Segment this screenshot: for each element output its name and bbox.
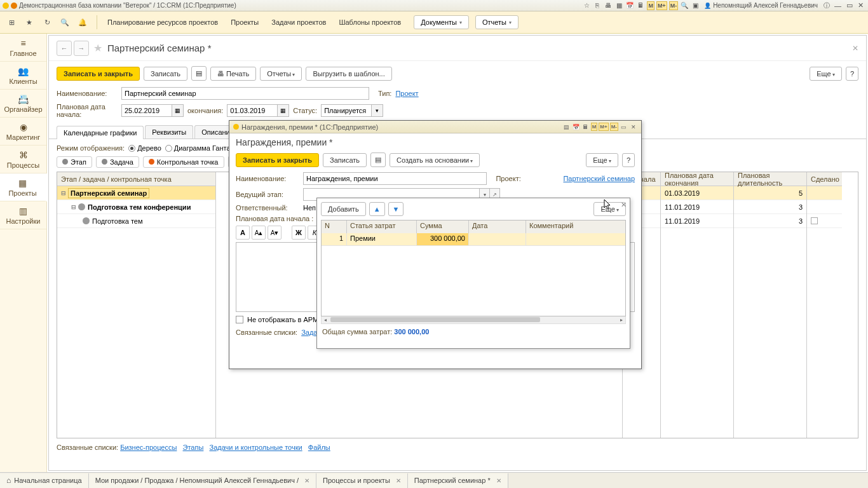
- sidebar-main[interactable]: ≡Главное: [0, 34, 46, 62]
- sidebar-settings[interactable]: ▥Настройки: [0, 201, 46, 229]
- scroll-left-icon[interactable]: ◂: [322, 316, 329, 323]
- minimize-icon[interactable]: —: [833, 1, 843, 10]
- move-up-button[interactable]: ▲: [369, 202, 385, 216]
- current-user[interactable]: Непомнящий Алексей Геннадьевич: [702, 2, 820, 9]
- table-row[interactable]: 1 Премии 300 000,00: [322, 233, 625, 246]
- link-stages[interactable]: Этапы: [183, 444, 204, 451]
- menu-project-templates[interactable]: Шаблоны проектов: [332, 18, 407, 26]
- tree-row[interactable]: Подготовка тем: [57, 214, 215, 228]
- maximize-icon[interactable]: ▭: [844, 1, 854, 10]
- modal-more-button[interactable]: Еще: [586, 153, 618, 167]
- tool-icon[interactable]: 🖶: [604, 1, 613, 10]
- taskbar-tab[interactable]: Мои продажи / Продажа / Непомнящий Алекс…: [89, 473, 316, 488]
- tab-close-icon[interactable]: ✕: [396, 477, 401, 484]
- tool-icon[interactable]: 🖩: [636, 1, 645, 10]
- tool-icon[interactable]: ▤: [562, 123, 571, 131]
- collapse-icon[interactable]: ⊟: [71, 204, 76, 210]
- form-close-icon[interactable]: ✕: [852, 44, 858, 53]
- link-files[interactable]: Файлы: [308, 444, 330, 451]
- tab-calendar[interactable]: Календарные графики: [57, 126, 144, 139]
- popup-close-icon[interactable]: ✕: [621, 201, 627, 209]
- favorite-star-icon[interactable]: ★: [93, 42, 102, 54]
- calc-icon[interactable]: 🖩: [581, 123, 590, 131]
- bell-icon[interactable]: 🔔: [75, 15, 90, 30]
- font-inc-button[interactable]: A▴: [252, 226, 266, 240]
- search-icon[interactable]: 🔍: [57, 15, 72, 30]
- menu-reports[interactable]: Отчеты: [475, 15, 519, 29]
- plan-start-input[interactable]: [121, 104, 172, 117]
- link-tasks[interactable]: Задачи и контрольные точки: [210, 444, 302, 451]
- popup-add-button[interactable]: Добавить: [321, 202, 366, 216]
- collapse-icon[interactable]: ⊟: [61, 190, 66, 196]
- calendar-icon[interactable]: ▦: [172, 104, 184, 117]
- nav-forward-button[interactable]: →: [74, 41, 89, 56]
- modal-project-link[interactable]: Партнерский семинар: [563, 175, 635, 182]
- add-task-button[interactable]: Задача: [96, 156, 139, 168]
- hide-arm-checkbox[interactable]: [236, 316, 243, 323]
- modal-max-icon[interactable]: ▭: [620, 123, 628, 131]
- apps-icon[interactable]: ⊞: [4, 15, 19, 30]
- modal-create-based-button[interactable]: Создать на основании: [390, 153, 480, 167]
- sidebar-processes[interactable]: ⌘Процессы: [0, 146, 46, 173]
- modal-help-button[interactable]: ?: [622, 153, 635, 167]
- menu-project-tasks[interactable]: Задачи проектов: [265, 18, 332, 26]
- menu-resource-planning[interactable]: Планирование ресурсов проектов: [101, 18, 224, 26]
- calendar-icon[interactable]: ▦: [278, 104, 289, 117]
- tab-close-icon[interactable]: ✕: [496, 477, 501, 484]
- tree-row[interactable]: ⊟Партнерский семинар: [57, 186, 215, 200]
- modal-save-close-button[interactable]: Записать и закрыть: [236, 153, 319, 167]
- sum-cell[interactable]: 300 000,00: [417, 233, 469, 246]
- font-color-button[interactable]: A: [236, 226, 250, 240]
- history-icon[interactable]: ↻: [39, 15, 55, 30]
- tab-close-icon[interactable]: ✕: [304, 477, 309, 484]
- taskbar-tab[interactable]: Процессы и проекты✕: [316, 473, 408, 488]
- done-checkbox[interactable]: [811, 217, 818, 224]
- modal-tag-button[interactable]: ▤: [370, 152, 386, 167]
- plan-end-input[interactable]: [227, 104, 278, 117]
- tool-icon[interactable]: ☆: [582, 1, 591, 10]
- tool-icon[interactable]: ⎘: [593, 1, 602, 10]
- tag-button[interactable]: ▤: [191, 66, 207, 81]
- modal-name-input[interactable]: [303, 172, 487, 185]
- menu-documents[interactable]: Документы: [414, 15, 469, 29]
- help-button[interactable]: ?: [846, 67, 858, 81]
- tool-icon[interactable]: ▦: [614, 1, 623, 10]
- zoom-icon[interactable]: 🔍: [680, 1, 689, 10]
- sidebar-organizer[interactable]: 📇Органайзер: [0, 90, 46, 118]
- bold-button[interactable]: Ж: [292, 226, 306, 240]
- status-select[interactable]: [321, 104, 372, 117]
- tool-icon[interactable]: ▣: [691, 1, 700, 10]
- scroll-right-icon[interactable]: ▸: [618, 316, 625, 323]
- modal-save-button[interactable]: Записать: [323, 153, 367, 167]
- add-stage-button[interactable]: Этап: [57, 156, 92, 168]
- sidebar-projects[interactable]: ▦Проекты: [0, 173, 47, 201]
- print-button[interactable]: 🖶 Печать: [210, 67, 256, 81]
- modal-close-icon[interactable]: ✕: [629, 123, 637, 131]
- type-link[interactable]: Проект: [395, 90, 418, 97]
- dropdown-icon[interactable]: ▾: [372, 104, 383, 117]
- menu-projects[interactable]: Проекты: [224, 18, 265, 26]
- tab-requisites[interactable]: Реквизиты: [145, 125, 193, 139]
- link-bp[interactable]: Бизнес-процессы: [120, 444, 177, 451]
- sidebar-marketing[interactable]: ◉Маркетинг: [0, 118, 46, 146]
- star-icon[interactable]: ★: [22, 15, 37, 30]
- memory-mplus-icon[interactable]: M+: [656, 1, 667, 10]
- sidebar-clients[interactable]: 👥Клиенты: [0, 62, 46, 90]
- taskbar-home[interactable]: Начальная страница: [0, 473, 89, 488]
- save-button[interactable]: Записать: [144, 67, 187, 81]
- close-icon[interactable]: ✕: [856, 1, 865, 10]
- add-checkpoint-button[interactable]: Контрольная точка: [143, 156, 224, 168]
- m-icon[interactable]: M: [591, 123, 598, 131]
- tree-row[interactable]: ⊟Подготовка тем конференции: [57, 200, 215, 214]
- memory-mminus-icon[interactable]: M-: [669, 1, 679, 10]
- horizontal-scrollbar[interactable]: ◂▸: [321, 316, 626, 324]
- info-icon[interactable]: ⓘ: [822, 1, 831, 10]
- radio-tree[interactable]: Дерево: [128, 144, 161, 152]
- export-template-button[interactable]: Выгрузить в шаблон...: [306, 67, 391, 81]
- nav-back-button[interactable]: ←: [57, 41, 72, 56]
- taskbar-tab[interactable]: Партнерский семинар *✕: [408, 473, 508, 488]
- mplus-icon[interactable]: M+: [599, 123, 608, 131]
- radio-gantt[interactable]: Диаграмма Ганта: [165, 144, 231, 152]
- font-dec-button[interactable]: A▾: [268, 226, 281, 240]
- tool-icon[interactable]: 📅: [625, 1, 634, 10]
